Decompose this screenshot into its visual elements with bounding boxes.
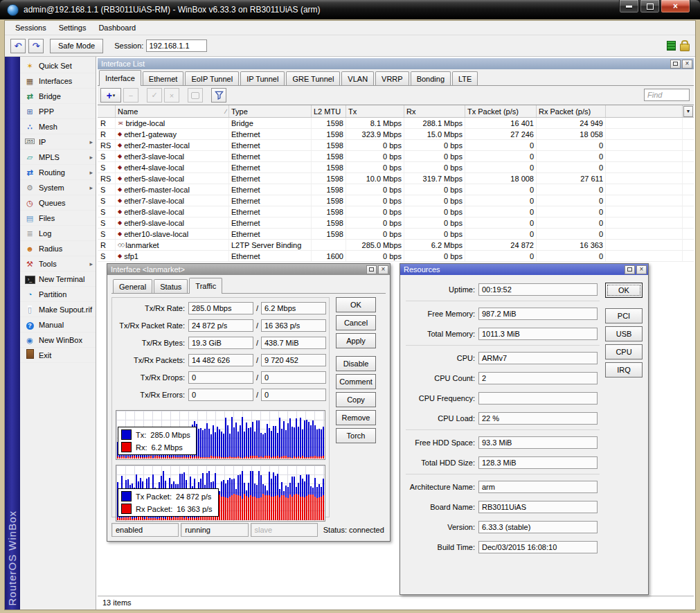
sidebar-item-interfaces[interactable]: Interfaces	[20, 73, 96, 89]
sidebar-item-new-terminal[interactable]: New Terminal	[20, 272, 96, 287]
dialog-tab-general[interactable]: General	[113, 279, 152, 293]
tab-gre-tunnel[interactable]: GRE Tunnel	[286, 71, 340, 85]
sidebar-item-queues[interactable]: Queues	[20, 195, 96, 211]
minimize-button[interactable]	[619, 0, 639, 13]
sidebar-item-exit[interactable]: Exit	[20, 348, 96, 363]
sidebar-item-quick-set[interactable]: Quick Set	[20, 58, 96, 73]
resource-value-field[interactable]: 987.2 MiB	[478, 308, 598, 320]
sidebar-item-system[interactable]: System▸	[20, 180, 96, 195]
table-row[interactable]: RSether2-master-localEthernet15980 bps0 …	[98, 140, 694, 151]
comment-button[interactable]: Comment	[336, 374, 376, 389]
sidebar-item-tools[interactable]: Tools▸	[20, 256, 96, 272]
resources-ok-button[interactable]: OK	[605, 283, 643, 298]
sidebar-item-radius[interactable]: Radius	[20, 241, 96, 256]
rx-value-field[interactable]: 6.2 Mbps	[261, 302, 326, 314]
table-row[interactable]: Rbridge-localBridge15988.1 Mbps288.1 Mbp…	[98, 118, 694, 129]
sidebar-item-files[interactable]: Files	[20, 211, 96, 226]
interface-dialog-maximize-button[interactable]	[366, 265, 377, 274]
disable-button[interactable]: ×	[164, 88, 179, 103]
resources-dialog-close-button[interactable]: ×	[636, 265, 647, 274]
resources-pci-button[interactable]: PCI	[605, 308, 643, 323]
redo-button[interactable]: ↷	[28, 39, 44, 53]
session-input[interactable]	[146, 39, 207, 52]
tab-interface[interactable]: Interface	[99, 70, 141, 86]
resource-value-field[interactable]: 93.3 MiB	[478, 436, 598, 449]
column-type[interactable]: Type	[228, 105, 311, 117]
column-flags[interactable]	[98, 105, 115, 117]
column-tx[interactable]: Tx	[345, 105, 404, 117]
add-button[interactable]: +▾	[100, 88, 121, 103]
table-row[interactable]: Sether9-slave-localEthernet15980 bps0 bp…	[98, 217, 694, 229]
sidebar-item-ip[interactable]: IP▸	[20, 134, 96, 150]
table-row[interactable]: Sether7-slave-localEthernet15980 bps0 bp…	[98, 195, 694, 206]
sidebar-item-log[interactable]: Log	[20, 226, 96, 241]
table-row[interactable]: Ssfp1Ethernet16000 bps0 bps00	[98, 251, 694, 262]
column-tx-packet-p-s[interactable]: Tx Packet (p/s)	[465, 105, 536, 117]
tx-value-field[interactable]: 285.0 Mbps	[188, 302, 253, 314]
table-row[interactable]: Sether6-master-localEthernet15980 bps0 b…	[98, 184, 694, 195]
tx-value-field[interactable]: 14 482 626	[188, 354, 253, 366]
sidebar-item-new-winbox[interactable]: New WinBox	[20, 332, 96, 348]
table-row[interactable]: RSether5-slave-localEthernet159810.0 Mbp…	[98, 173, 694, 184]
comment-button[interactable]	[188, 88, 203, 103]
dialog-tab-status[interactable]: Status	[154, 279, 188, 293]
remove-button[interactable]: −	[123, 88, 138, 103]
interface-list-maximize-button[interactable]	[670, 60, 681, 69]
column-l2-mtu[interactable]: L2 MTU	[311, 105, 345, 117]
resources-cpu-button[interactable]: CPU	[605, 344, 643, 359]
tx-value-field[interactable]: 0	[188, 371, 253, 384]
resource-value-field[interactable]: RB3011UiAS	[478, 501, 598, 513]
resource-value-field[interactable]: 128.3 MiB	[478, 456, 598, 469]
sidebar-item-manual[interactable]: Manual	[20, 317, 96, 332]
column-rx-packet-p-s[interactable]: Rx Packet (p/s)	[536, 105, 605, 117]
tab-eoip-tunnel[interactable]: EoIP Tunnel	[185, 71, 239, 85]
column-chooser-button[interactable]: ▼	[683, 106, 693, 117]
table-row[interactable]: Sether8-slave-localEthernet15980 bps0 bp…	[98, 206, 694, 217]
resource-value-field[interactable]: 00:19:52	[478, 283, 598, 296]
torch-button[interactable]: Torch	[336, 428, 376, 443]
table-row[interactable]: Sether10-slave-localEthernet15980 bps0 b…	[98, 229, 694, 240]
rx-value-field[interactable]: 9 720 452	[261, 354, 326, 366]
resource-value-field[interactable]: 1011.3 MiB	[478, 328, 598, 340]
filter-button[interactable]	[211, 88, 226, 103]
close-button[interactable]: ×	[661, 0, 690, 13]
resource-value-field[interactable]: ARMv7	[478, 352, 598, 364]
interface-dialog-close-button[interactable]: ×	[378, 265, 388, 274]
maximize-button[interactable]	[640, 0, 660, 13]
resource-value-field[interactable]: Dec/03/2015 16:08:10	[478, 541, 598, 553]
tab-ip-tunnel[interactable]: IP Tunnel	[240, 71, 285, 85]
tab-vlan[interactable]: VLAN	[341, 71, 374, 85]
menu-settings[interactable]: Settings	[53, 22, 93, 33]
column-rx[interactable]: Rx	[404, 105, 465, 117]
copy-button[interactable]: Copy	[336, 392, 376, 407]
menu-dashboard[interactable]: Dashboard	[92, 22, 142, 33]
resources-dialog-maximize-button[interactable]	[625, 265, 635, 274]
table-row[interactable]: Sether3-slave-localEthernet15980 bps0 bp…	[98, 151, 694, 162]
table-row[interactable]: RlanmarketL2TP Server Binding285.0 Mbps6…	[98, 240, 694, 251]
sidebar-item-bridge[interactable]: Bridge	[20, 89, 96, 104]
enable-button[interactable]: ✓	[147, 88, 162, 103]
dialog-tab-traffic[interactable]: Traffic	[189, 278, 222, 294]
resources-irq-button[interactable]: IRQ	[605, 362, 643, 377]
tx-value-field[interactable]: 19.3 GiB	[188, 337, 253, 349]
ok-button[interactable]: OK	[336, 297, 376, 312]
sidebar-item-routing[interactable]: Routing▸	[20, 165, 96, 180]
column-name[interactable]: Name∕	[115, 105, 228, 117]
remove-button[interactable]: Remove	[336, 410, 376, 425]
rx-value-field[interactable]: 0	[261, 371, 326, 384]
tab-ethernet[interactable]: Ethernet	[143, 71, 184, 85]
tx-value-field[interactable]: 0	[188, 389, 253, 401]
menu-sessions[interactable]: Sessions	[9, 22, 53, 33]
sidebar-item-ppp[interactable]: PPP	[20, 104, 96, 119]
tab-lte[interactable]: LTE	[452, 71, 478, 85]
tab-vrrp[interactable]: VRRP	[375, 71, 409, 85]
resource-value-field[interactable]: 2	[478, 372, 598, 384]
sidebar-item-mesh[interactable]: Mesh	[20, 119, 96, 134]
find-input[interactable]	[644, 89, 690, 101]
table-row[interactable]: Rether1-gatewayEthernet1598323.9 Mbps15.…	[98, 129, 694, 140]
tx-value-field[interactable]: 24 872 p/s	[188, 319, 253, 332]
apply-button[interactable]: Apply	[336, 333, 376, 348]
cancel-button[interactable]: Cancel	[336, 315, 376, 330]
rx-value-field[interactable]: 16 363 p/s	[261, 319, 326, 332]
tab-bonding[interactable]: Bonding	[411, 71, 451, 85]
